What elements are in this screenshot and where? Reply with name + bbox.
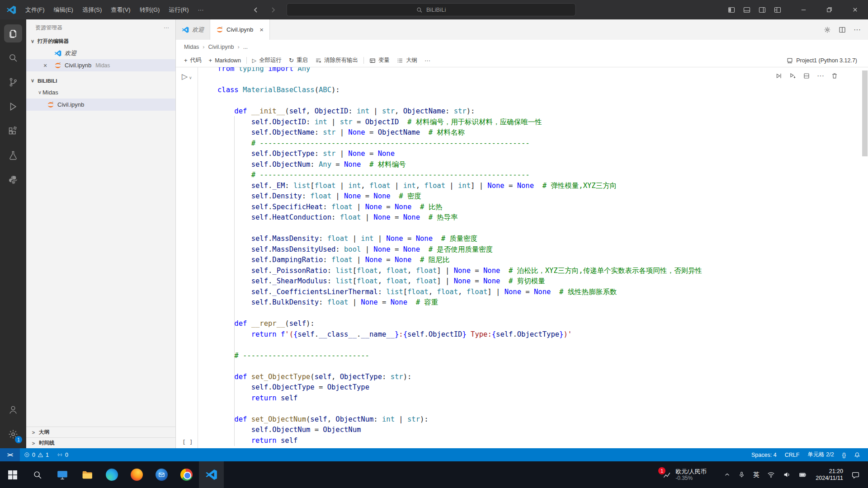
- sidebar-more-actions[interactable]: ···: [164, 24, 169, 31]
- customize-layout-icon[interactable]: [774, 6, 781, 14]
- code-line[interactable]: [217, 404, 702, 414]
- mail-app-icon[interactable]: [149, 461, 174, 488]
- code-line[interactable]: [217, 96, 702, 107]
- taskbar-monitor-app-icon[interactable]: [50, 461, 75, 488]
- restore-button[interactable]: [816, 0, 842, 19]
- code-line[interactable]: def set_ObjectNum(self, ObjectNum: int |…: [217, 414, 702, 425]
- braces-language-icon[interactable]: {}: [838, 452, 850, 458]
- code-line[interactable]: self.ObjectType = ObjectType: [217, 382, 702, 393]
- split-cell-icon[interactable]: [803, 72, 810, 80]
- close-editor-icon[interactable]: ×: [43, 62, 47, 69]
- remote-indicator[interactable]: ><: [0, 448, 20, 461]
- menu-overflow-button[interactable]: ···: [193, 4, 208, 15]
- timeline-pane-header[interactable]: > 时间线: [26, 437, 175, 448]
- toggle-secondary-sidebar-icon[interactable]: [759, 6, 766, 14]
- breadcrumb-midas[interactable]: Midas: [184, 44, 199, 50]
- code-line[interactable]: def __init__(self, ObjectID: int | str, …: [217, 106, 702, 117]
- code-line[interactable]: self._CoefficientsLinerThermal: list[flo…: [217, 287, 702, 298]
- more-actions-icon[interactable]: ···: [854, 26, 861, 34]
- menu-goto[interactable]: 转到(G): [135, 4, 165, 16]
- breadcrumb-symbol[interactable]: ...: [243, 44, 248, 50]
- code-line[interactable]: [217, 361, 702, 372]
- code-line[interactable]: self.Density: float | None = None # 密度: [217, 191, 702, 202]
- source-control-icon[interactable]: [0, 70, 26, 94]
- restart-kernel-button[interactable]: ↻ 重启: [285, 55, 311, 66]
- code-line[interactable]: self.ObjectNum: Any = None # 材料编号: [217, 160, 702, 170]
- code-line[interactable]: def __repr__(self):: [217, 319, 702, 329]
- ports-indicator[interactable]: 0: [53, 448, 72, 461]
- taskbar-search-icon[interactable]: [25, 461, 50, 488]
- menu-selection[interactable]: 选择(S): [78, 4, 106, 16]
- outline-pane-header[interactable]: > 大纲: [26, 427, 175, 437]
- outline-button[interactable]: 大纲: [393, 55, 421, 66]
- menu-run[interactable]: 运行(R): [164, 4, 193, 16]
- add-code-cell-button[interactable]: + 代码: [180, 55, 205, 66]
- volume-icon[interactable]: [779, 471, 795, 479]
- run-all-button[interactable]: ▷ 全部运行: [249, 55, 285, 66]
- code-line[interactable]: self.ObjectName: str | None = ObjectName…: [217, 127, 702, 138]
- folder-item-midas[interactable]: ∨ Midas: [26, 86, 175, 99]
- tab-civil-notebook[interactable]: Civil.ipynb ×: [210, 19, 270, 40]
- menu-edit[interactable]: 编辑(E): [49, 4, 78, 16]
- code-line[interactable]: self._EM: list[float | int, float | int,…: [217, 181, 702, 192]
- action-center-icon[interactable]: [848, 471, 863, 479]
- code-line[interactable]: self._PoissonRatio: list[float, float, f…: [217, 266, 702, 277]
- code-line[interactable]: return self: [217, 436, 702, 446]
- news-widget[interactable]: 1 欧元/人民币 -0.35%: [663, 468, 720, 481]
- cell-position-indicator[interactable]: 单元格 2/2: [803, 451, 838, 459]
- add-markdown-cell-button[interactable]: + Markdown: [205, 55, 245, 66]
- tab-welcome[interactable]: 欢迎: [176, 19, 210, 40]
- battery-icon[interactable]: [795, 471, 811, 479]
- taskbar-clock[interactable]: 21:20 2024/11/11: [811, 468, 848, 482]
- vscode-taskbar-icon[interactable]: [199, 461, 224, 488]
- cell-more-icon[interactable]: ···: [817, 72, 824, 80]
- code-line[interactable]: self.ObjectType: str | None = None: [217, 149, 702, 160]
- tray-chevron-up-icon[interactable]: [720, 472, 734, 478]
- code-line[interactable]: self.DampingRatio: float | None = None #…: [217, 255, 702, 266]
- file-item-civil[interactable]: Civil.ipynb: [26, 99, 175, 111]
- execute-above-icon[interactable]: [775, 72, 782, 80]
- code-line[interactable]: self.BulkDensity: float | None = None # …: [217, 297, 702, 308]
- editor-scrollbar[interactable]: [862, 70, 868, 156]
- execute-below-icon[interactable]: [789, 72, 796, 80]
- code-line[interactable]: from typing import Any: [217, 67, 702, 75]
- menu-view[interactable]: 查看(V): [106, 4, 135, 16]
- code-line[interactable]: self.HeatConduction: float | None = None…: [217, 212, 702, 223]
- close-window-button[interactable]: [842, 0, 868, 19]
- start-button[interactable]: [0, 461, 25, 488]
- explorer-icon[interactable]: [0, 21, 26, 46]
- toolbar-more-button[interactable]: ···: [421, 55, 434, 66]
- forward-button[interactable]: [269, 6, 277, 14]
- file-explorer-icon[interactable]: [75, 461, 99, 488]
- code-line[interactable]: self._ShearModulus: list[float, float, f…: [217, 276, 702, 287]
- run-debug-icon[interactable]: [0, 94, 26, 119]
- python-extension-icon[interactable]: [0, 168, 26, 192]
- variables-button[interactable]: 变量: [366, 55, 393, 66]
- extensions-icon[interactable]: [0, 119, 26, 143]
- kernel-picker[interactable]: Project1 (Python 3.12.7): [787, 57, 868, 64]
- back-button[interactable]: [252, 6, 259, 14]
- code-line[interactable]: # --------------------------------------…: [217, 138, 702, 149]
- workspace-section-header[interactable]: ∨ BILIBILI: [26, 75, 175, 86]
- accounts-icon[interactable]: [0, 398, 26, 422]
- code-line[interactable]: return self: [217, 393, 702, 404]
- open-editors-header[interactable]: ∨ 打开的编辑器: [26, 36, 175, 47]
- search-sidebar-icon[interactable]: [0, 46, 26, 70]
- code-line[interactable]: # --------------------------------------…: [217, 170, 702, 181]
- split-editor-icon[interactable]: [839, 26, 846, 33]
- toggle-panel-icon[interactable]: [743, 6, 750, 14]
- code-line[interactable]: [217, 223, 702, 234]
- code-line[interactable]: [217, 340, 702, 351]
- wifi-icon[interactable]: [763, 471, 779, 479]
- command-center-search[interactable]: BiLiBiLi: [287, 3, 576, 16]
- menu-file[interactable]: 文件(F): [21, 4, 49, 16]
- open-editor-item-civil[interactable]: × Civil.ipynb Midas: [26, 59, 175, 71]
- code-line[interactable]: [217, 308, 702, 319]
- editor-settings-gear-icon[interactable]: [824, 26, 831, 33]
- problems-indicator[interactable]: 0 1: [20, 448, 53, 461]
- chrome-browser-icon[interactable]: [174, 461, 199, 488]
- eol-indicator[interactable]: CRLF: [781, 452, 804, 458]
- testing-icon[interactable]: [0, 143, 26, 168]
- code-line[interactable]: def set_ObjectType(self, ObjectType: str…: [217, 372, 702, 383]
- open-editor-item-welcome[interactable]: 欢迎: [26, 47, 175, 59]
